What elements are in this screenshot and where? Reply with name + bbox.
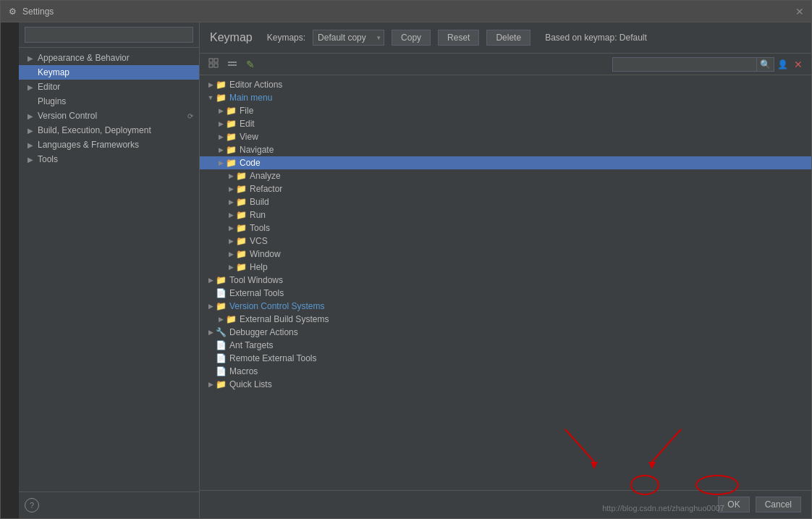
expand-arrow: ▶: [226, 250, 236, 258]
node-label: Run: [250, 210, 266, 220]
sidebar-item-label: Plugins: [38, 96, 66, 106]
folder-icon: 📁: [236, 197, 247, 207]
node-label: Quick Lists: [229, 379, 272, 389]
node-label: Editor Actions: [229, 80, 282, 90]
expand-arrow: ▶: [216, 316, 226, 323]
keymap-tree: ▶ 📁 Editor Actions ▼ 📁 Main menu ▶ 📁 Fil…: [200, 75, 811, 490]
expand-arrow: ▶: [216, 146, 226, 153]
keymaps-label: Keymaps:: [267, 33, 305, 43]
folder-icon: 📁: [226, 132, 237, 142]
folder-icon: 📁: [226, 119, 237, 129]
tree-node-view[interactable]: ▶ 📁 View: [200, 130, 811, 143]
expand-arrow: ▶: [226, 263, 236, 271]
sidebar-search-input[interactable]: [25, 27, 193, 43]
folder-icon: 📁: [226, 314, 237, 324]
collapse-icon: [227, 58, 237, 68]
tree-node-vcs-systems[interactable]: ▶ 📁 Version Control Systems: [200, 300, 811, 313]
sidebar-item-tools[interactable]: ▶ Tools: [19, 152, 199, 166]
svg-rect-5: [228, 64, 237, 66]
tree-node-tools-menu[interactable]: ▶ 📁 Tools: [200, 221, 811, 235]
expand-icon: [208, 58, 219, 68]
arrow-icon: ▶: [28, 83, 36, 91]
tree-node-remote-external[interactable]: 📄 Remote External Tools: [200, 352, 811, 365]
sidebar-item-keymap[interactable]: Keymap: [19, 65, 199, 80]
tree-node-ant-targets[interactable]: 📄 Ant Targets: [200, 339, 811, 352]
folder-icon: 📁: [236, 210, 247, 220]
copy-button[interactable]: Copy: [392, 30, 431, 46]
arrow-icon: ▶: [28, 112, 36, 120]
cancel-button[interactable]: Cancel: [756, 497, 801, 512]
sidebar-item-label: Editor: [38, 82, 60, 92]
collapse-all-button[interactable]: [224, 56, 240, 72]
delete-button[interactable]: Delete: [486, 30, 530, 46]
svg-rect-2: [209, 64, 213, 67]
node-label: External Tools: [229, 288, 284, 298]
dialog-title: Settings: [22, 7, 794, 17]
keymap-select[interactable]: Default copy: [313, 30, 384, 46]
folder-icon: 📁: [236, 249, 247, 259]
expand-all-button[interactable]: [206, 56, 221, 72]
sidebar-item-label: Version Control: [38, 111, 97, 121]
tree-node-vcs[interactable]: ▶ 📁 VCS: [200, 235, 811, 248]
tree-node-analyze[interactable]: ▶ 📁 Analyze: [200, 169, 811, 182]
folder-icon: 📄: [216, 340, 227, 350]
ok-button[interactable]: OK: [718, 497, 749, 512]
tree-node-file[interactable]: ▶ 📁 File: [200, 104, 811, 117]
sidebar-item-languages[interactable]: ▶ Languages & Frameworks: [19, 138, 199, 152]
folder-icon: 📁: [236, 262, 247, 272]
folder-icon: 📁: [216, 93, 227, 103]
tree-node-window[interactable]: ▶ 📁 Window: [200, 248, 811, 261]
folder-icon: 📄: [216, 288, 227, 298]
tree-node-tool-windows[interactable]: ▶ 📁 Tool Windows: [200, 274, 811, 287]
sidebar-item-plugins[interactable]: Plugins: [19, 94, 199, 109]
expand-arrow: ▶: [226, 237, 236, 245]
tree-node-editor-actions[interactable]: ▶ 📁 Editor Actions: [200, 78, 811, 91]
node-label: Refactor: [250, 184, 282, 194]
sidebar-item-build[interactable]: ▶ Build, Execution, Deployment: [19, 123, 199, 138]
sidebar-item-label: Keymap: [38, 67, 69, 77]
tree-node-edit[interactable]: ▶ 📁 Edit: [200, 117, 811, 130]
node-label: Help: [250, 262, 268, 272]
tree-node-main-menu[interactable]: ▼ 📁 Main menu: [200, 91, 811, 104]
tree-node-macros[interactable]: 📄 Macros: [200, 365, 811, 378]
tree-node-build[interactable]: ▶ 📁 Build: [200, 195, 811, 208]
folder-icon: 📁: [216, 301, 227, 311]
tree-node-navigate[interactable]: ▶ 📁 Navigate: [200, 143, 811, 156]
keymap-select-wrapper: Default copy: [313, 30, 384, 46]
sidebar-item-label: Tools: [38, 154, 58, 164]
tree-node-refactor[interactable]: ▶ 📁 Refactor: [200, 182, 811, 195]
reset-button[interactable]: Reset: [438, 30, 479, 46]
node-label: Window: [250, 249, 281, 259]
tree-node-external-build[interactable]: ▶ 📁 External Build Systems: [200, 313, 811, 326]
close-button[interactable]: ✕: [794, 6, 805, 17]
search-shortcuts-input[interactable]: [612, 57, 757, 72]
folder-icon: 📁: [236, 236, 247, 246]
sidebar-item-appearance[interactable]: ▶ Appearance & Behavior: [19, 51, 199, 65]
node-label: Analyze: [250, 171, 281, 181]
help-button[interactable]: ?: [25, 498, 39, 512]
node-label: Remote External Tools: [229, 353, 317, 363]
tree-node-help[interactable]: ▶ 📁 Help: [200, 261, 811, 274]
tree-node-quick-lists[interactable]: ▶ 📁 Quick Lists: [200, 378, 811, 391]
expand-arrow: ▶: [206, 329, 216, 336]
clear-search-icon[interactable]: ✕: [791, 57, 805, 72]
folder-icon: 📁: [216, 80, 227, 90]
tree-node-debugger-actions[interactable]: ▶ 🔧 Debugger Actions: [200, 326, 811, 339]
folder-icon: 📁: [236, 171, 247, 181]
sidebar-item-editor[interactable]: ▶ Editor: [19, 80, 199, 94]
node-label: File: [240, 106, 253, 116]
ide-panel: [1, 22, 19, 518]
edit-shortcut-button[interactable]: ✎: [243, 57, 258, 72]
folder-icon: 📄: [216, 353, 227, 363]
tree-node-code[interactable]: ▶ 📁 Code: [200, 156, 811, 169]
sidebar-item-label: Languages & Frameworks: [38, 140, 139, 150]
node-label: Tool Windows: [229, 275, 283, 285]
tree-node-run[interactable]: ▶ 📁 Run: [200, 208, 811, 221]
tree-node-external-tools[interactable]: 📄 External Tools: [200, 287, 811, 300]
node-label: External Build Systems: [240, 314, 329, 324]
sidebar-item-version-control[interactable]: ▶ Version Control ⟳: [19, 109, 199, 123]
expand-arrow: ▶: [226, 172, 236, 180]
sidebar-item-label: Appearance & Behavior: [38, 53, 130, 63]
node-label: Main menu: [229, 93, 272, 103]
dialog-footer: OK Cancel: [200, 490, 811, 518]
